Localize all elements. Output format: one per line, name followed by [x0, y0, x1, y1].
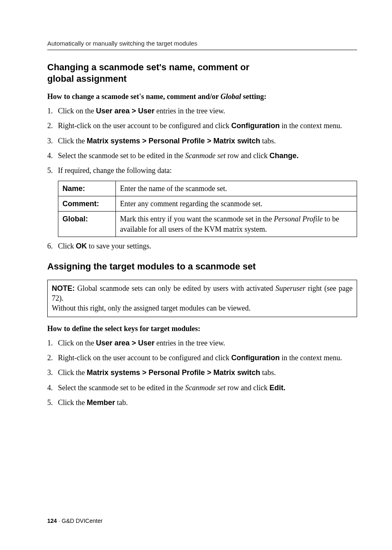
step-3: 3. Click the Matrix systems > Personal P… [47, 368, 357, 377]
prop-value: Mark this entry if you want the scanmode… [116, 212, 357, 237]
prop-value: Enter the name of the scanmode set. [116, 181, 357, 196]
text: to save your settings. [87, 242, 151, 250]
ui-term: Change. [270, 152, 299, 160]
heading-text: Assigning the target modules to a scanmo… [47, 261, 256, 272]
ui-path: Matrix systems > Personal Profile > Matr… [87, 137, 260, 145]
howto1-prefix: How to change a scamode set's name, comm… [47, 92, 221, 101]
steps-list-1: 1. Click on the User area > User entries… [47, 106, 357, 175]
text: Select the scanmode set to be edited in … [58, 384, 185, 392]
note-line-2: Without this right, only the assigned ta… [52, 303, 353, 313]
step-2: 2. Right-click on the user account to be… [47, 121, 357, 131]
step-num: 6. [47, 241, 53, 251]
ui-term: Edit. [270, 384, 286, 392]
text: in the context menu. [280, 122, 342, 130]
text: row and click [226, 152, 270, 160]
ui-term: Configuration [231, 122, 280, 130]
step-num: 1. [47, 338, 53, 348]
text: entries in the tree view. [154, 339, 225, 347]
text: Click on the [58, 107, 96, 115]
properties-table: Name: Enter the name of the scanmode set… [58, 181, 357, 237]
text: tabs. [260, 137, 276, 145]
ui-path: Matrix systems > Personal Profile > Matr… [87, 368, 260, 377]
step-4: 4. Select the scanmode set to be edited … [47, 151, 357, 161]
prop-label: Comment: [58, 196, 116, 211]
ui-path: User area > User [96, 107, 155, 115]
text: Global scanmode sets can only be edited … [75, 284, 275, 292]
properties-table-wrap: Name: Enter the name of the scanmode set… [58, 181, 357, 237]
footer-product: G&D DVICenter [62, 518, 103, 524]
text: Click on the [58, 339, 96, 347]
step-num: 5. [47, 166, 53, 175]
prop-value: Enter any comment regarding the scanmode… [116, 196, 357, 211]
ui-term: Member [87, 398, 115, 407]
step-1: 1. Click on the User area > User entries… [47, 106, 357, 116]
text: Click [58, 242, 76, 250]
page-number: 124 [47, 518, 57, 524]
howto1-global: Global [221, 92, 241, 101]
steps-list-2: 1. Click on the User area > User entries… [47, 338, 357, 407]
note-box: NOTE: Global scanmode sets can only be e… [47, 280, 357, 317]
step-num: 3. [47, 136, 53, 146]
table-row: Comment: Enter any comment regarding the… [58, 196, 357, 211]
text-italic: Superuser [275, 284, 305, 292]
text: tab. [115, 398, 128, 407]
heading-line-2: global assignment [47, 74, 127, 84]
table-row: Name: Enter the name of the scanmode set… [58, 181, 357, 196]
text: in the context menu. [280, 354, 342, 362]
footer-separator: · [57, 518, 62, 524]
ui-term: OK [76, 242, 87, 250]
step-num: 4. [47, 383, 53, 393]
step-6: 6. Click OK to save your settings. [47, 241, 357, 251]
text: entries in the tree view. [154, 107, 225, 115]
page-header-text: Automatically or manually switching the … [47, 40, 197, 47]
step-4: 4. Select the scanmode set to be edited … [47, 383, 357, 393]
text: Click the [58, 137, 87, 145]
ui-term: Configuration [231, 354, 280, 362]
text: Select the scanmode set to be edited in … [58, 152, 185, 160]
text: Click the [58, 398, 87, 407]
text: Right-click on the user account to be co… [58, 122, 231, 130]
howto-heading-1: How to change a scamode set's name, comm… [47, 92, 357, 102]
step-1: 1. Click on the User area > User entries… [47, 338, 357, 348]
howto-heading-2: How to define the select keys for target… [47, 324, 357, 334]
text: Right-click on the user account to be co… [58, 354, 231, 362]
text: Mark this entry if you want the scanmode… [120, 215, 274, 223]
prop-label: Name: [58, 181, 116, 196]
steps-list-1b: 6. Click OK to save your settings. [47, 241, 357, 251]
table-row: Global: Mark this entry if you want the … [58, 212, 357, 237]
step-3: 3. Click the Matrix systems > Personal P… [47, 136, 357, 146]
step-5: 5. If required, change the following dat… [47, 166, 357, 175]
ui-term-italic: Scanmode set [185, 384, 225, 392]
note-line-1: NOTE: Global scanmode sets can only be e… [52, 283, 353, 304]
page-header: Automatically or manually switching the … [47, 39, 357, 50]
text: Click the [58, 368, 87, 377]
text: row and click [226, 384, 270, 392]
text-italic: Personal Profile [274, 215, 323, 223]
step-num: 1. [47, 106, 53, 116]
step-num: 3. [47, 368, 53, 377]
page-footer: 124 · G&D DVICenter [47, 517, 103, 525]
step-5: 5. Click the Member tab. [47, 398, 357, 407]
note-label: NOTE: [52, 284, 75, 292]
ui-term-italic: Scanmode set [185, 152, 225, 160]
section-heading-1: Changing a scanmode set's name, comment … [47, 62, 357, 84]
howto1-suffix: setting: [241, 92, 267, 101]
section-heading-2: Assigning the target modules to a scanmo… [47, 261, 357, 272]
text: tabs. [260, 368, 276, 377]
step-num: 2. [47, 121, 53, 131]
text: If required, change the following data: [58, 166, 172, 175]
heading-line-1: Changing a scanmode set's name, comment … [47, 62, 249, 72]
prop-label: Global: [58, 212, 116, 237]
step-2: 2. Right-click on the user account to be… [47, 353, 357, 363]
step-num: 2. [47, 353, 53, 363]
step-num: 5. [47, 398, 53, 407]
step-num: 4. [47, 151, 53, 161]
ui-path: User area > User [96, 339, 155, 347]
